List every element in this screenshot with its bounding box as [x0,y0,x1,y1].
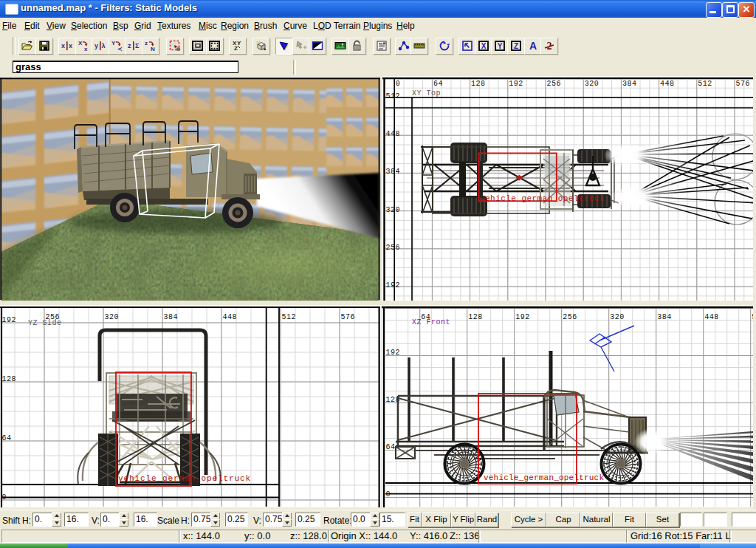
svg-text:256: 256 [563,313,577,321]
svg-text:Z: Z [514,42,518,50]
svg-text:576: 576 [736,80,751,88]
svg-text:x: x [61,42,65,49]
svg-text:384: 384 [164,313,179,321]
svg-text:320: 320 [585,80,599,88]
svg-text:0: 0 [396,80,401,88]
svg-text:384: 384 [386,168,401,176]
svg-text:128: 128 [2,375,17,383]
svg-text:vehicle_german_opeltruck: vehicle_german_opeltruck [480,194,605,203]
svg-text:128: 128 [471,80,486,88]
svg-text:192: 192 [2,316,17,324]
svg-text:X: X [481,42,487,50]
svg-text:x: x [69,42,72,49]
svg-text:vehicle_german_opeltruck: vehicle_german_opeltruck [118,474,251,483]
svg-text:192: 192 [515,313,530,321]
svg-text:192: 192 [386,281,401,290]
svg-text:z: z [145,40,148,47]
svg-text:XY Top: XY Top [412,89,441,97]
svg-text:y: y [94,42,98,49]
svg-text:448: 448 [386,130,401,138]
svg-text:512: 512 [282,313,297,321]
svg-text:320: 320 [386,206,401,214]
svg-text:448: 448 [223,313,238,321]
svg-text:384: 384 [622,80,637,88]
svg-text:256: 256 [547,80,562,88]
svg-text:64: 64 [433,80,443,88]
svg-text:320: 320 [610,313,625,321]
svg-text:Σ: Σ [135,42,140,49]
svg-text:320: 320 [105,313,120,321]
svg-text:A: A [529,40,536,52]
svg-text:0: 0 [386,490,391,499]
svg-text:Y: Y [237,40,241,47]
svg-text:576: 576 [341,313,356,321]
svg-text:Y: Y [497,42,502,50]
svg-text:λ: λ [102,42,106,49]
svg-text:128: 128 [468,313,483,321]
svg-text:x: x [84,46,88,52]
svg-text:vehicle_german_opeltruck: vehicle_german_opeltruck [484,473,604,482]
svg-text:448: 448 [660,80,675,88]
svg-text:192: 192 [509,80,523,88]
svg-text:Z: Z [234,45,238,52]
svg-text:448: 448 [704,313,719,321]
svg-text:0: 0 [2,493,7,501]
svg-text:z: z [128,42,131,49]
svg-text:64: 64 [2,434,12,442]
svg-text:YZ Side: YZ Side [28,319,62,327]
svg-text:XZ Front: XZ Front [412,318,450,326]
svg-text:192: 192 [386,349,401,357]
svg-text:≺: ≺ [117,46,123,52]
svg-text:512: 512 [698,80,712,88]
svg-text:384: 384 [657,313,672,321]
svg-text:X: X [78,40,83,47]
svg-text:256: 256 [386,244,401,252]
svg-text:Y: Y [111,40,116,47]
svg-text:512: 512 [386,92,401,100]
svg-text:64: 64 [386,443,396,451]
svg-text:N: N [151,46,155,52]
